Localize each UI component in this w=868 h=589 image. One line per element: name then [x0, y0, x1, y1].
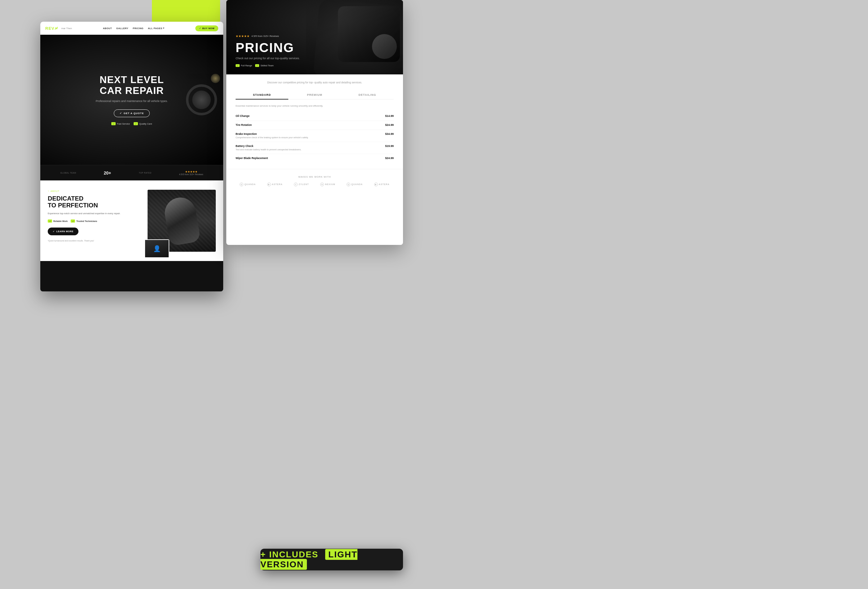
tab-standard[interactable]: STANDARD	[236, 91, 288, 99]
about-section: ABOUT DEDICATED TO PERFECTION Experience…	[40, 180, 223, 261]
pricing-stars-section: ★★★★★ 4.5/5 from 315+ Reviews	[236, 34, 394, 38]
pricing-badge-fullrange: Full Range	[236, 64, 252, 67]
about-feature-badges: Reliable Work Trusted Technicians	[48, 220, 141, 223]
pricing-content-area: Discover our competitive pricing for top…	[226, 74, 403, 169]
stats-bar: GLOBAL TEAM 20+ TOP RATED ★★★★★ 4.5/5 fr…	[40, 165, 223, 180]
get-quote-button[interactable]: GET A QUOTE	[114, 109, 150, 117]
right-pricing-card: ★★★★★ 4.5/5 from 315+ Reviews PRICING Ch…	[226, 0, 403, 245]
about-tag: ABOUT	[48, 190, 141, 192]
service-name-battery-check: Battery Check	[236, 145, 301, 148]
service-row-brake-inspection: Brake Inspection Comprehensive check of …	[236, 130, 394, 142]
stat-rating: ★★★★★ 4.5/5 from 315+ Reviews	[179, 170, 203, 176]
service-price-battery-check: $19.99	[385, 145, 394, 148]
headlight-inner	[192, 90, 211, 109]
nav-links: ABOUT GALLERY PRICING ALL PAGES▾	[103, 27, 164, 30]
stat-number: 20+	[104, 170, 111, 176]
partner-zylent: Z ZYLENT	[294, 183, 309, 186]
service-desc-brake-inspection: Comprehensive check of the braking syste…	[236, 136, 309, 139]
learn-more-button[interactable]: LEARN MORE	[48, 227, 78, 235]
service-row-wiper-replacement: Wiper Blade Replacement $24.99	[236, 154, 394, 163]
about-badge-trusted: Trusted Technicians	[71, 220, 97, 223]
fast-service-icon	[111, 122, 116, 125]
skilled-team-icon	[255, 64, 259, 67]
pricing-page-subtitle: Check out our pricing for all our top-qu…	[236, 56, 394, 61]
pricing-badge-skilled: Skilled Team	[255, 64, 273, 67]
partner-astera-2: ▶ ASTERA	[374, 183, 390, 186]
hero-title: NEXT LEVEL CAR REPAIR	[99, 74, 164, 96]
about-description: Experience top-notch service and unmatch…	[48, 212, 141, 215]
service-desc-battery-check: Test and evaluate battery health to prev…	[236, 148, 301, 151]
service-row-oil-change: Oil Change $14.99	[236, 112, 394, 121]
nav-link-gallery[interactable]: GALLERY	[116, 27, 128, 30]
tab-premium[interactable]: PREMIUM	[288, 91, 341, 99]
pricing-feature-badges: Full Range Skilled Team	[236, 64, 394, 67]
service-name-brake-inspection: Brake Inspection	[236, 132, 309, 136]
hero-badge-fast-service: Fast Service	[111, 122, 130, 125]
top-rated-label: TOP RATED	[139, 172, 152, 174]
hero-badge-quality-care: Quality Care	[134, 122, 152, 125]
about-thumb-image: 👤	[145, 239, 169, 258]
service-price-brake-inspection: $34.99	[385, 132, 394, 136]
service-row-battery-check: Battery Check Test and evaluate battery …	[236, 142, 394, 154]
nav-logo: REV🗲	[45, 26, 58, 31]
about-right-images: 👤	[148, 190, 216, 252]
hero-subtitle: Professional repairs and maintenance for…	[96, 99, 168, 103]
service-name-oil-change: Oil Change	[236, 114, 249, 118]
bottom-banner-plus: + INCLUDES	[260, 550, 318, 559]
zylent-icon: Z	[294, 183, 298, 186]
service-price-tire-rotation: $24.99	[385, 123, 394, 127]
service-price-wiper-replacement: $24.99	[385, 156, 394, 159]
pricing-intro-text: Discover our competitive pricing for top…	[236, 81, 394, 85]
nav-link-allpages[interactable]: ALL PAGES▾	[148, 27, 164, 30]
pricing-rating-text: 4.5/5 from 315+ Reviews	[251, 35, 279, 37]
stat-count: 20+	[104, 170, 111, 176]
left-website-preview-card: REV🗲 mar Then ABOUT GALLERY PRICING ALL …	[40, 22, 223, 291]
nav-tagline: mar Then	[61, 27, 72, 30]
nav-link-about[interactable]: ABOUT	[103, 27, 112, 30]
about-badge-reliable: Reliable Work	[48, 220, 68, 223]
reliable-work-icon	[48, 220, 52, 223]
service-name-wiper-replacement: Wiper Blade Replacement	[236, 156, 268, 159]
stat-global-team: GLOBAL TEAM	[61, 172, 76, 174]
tab-detailing[interactable]: DETAILING	[341, 91, 394, 99]
rating-stars: ★★★★★	[179, 170, 203, 173]
service-price-oil-change: $14.99	[385, 114, 394, 118]
bottom-banner-text: + INCLUDES LIGHT VERSION	[260, 550, 403, 570]
partner-astera-1: ▶ ASTERA	[267, 183, 283, 186]
pricing-star-icons: ★★★★★	[236, 34, 249, 38]
navbar: REV🗲 mar Then ABOUT GALLERY PRICING ALL …	[40, 22, 223, 35]
headlight-glow	[211, 74, 220, 83]
pricing-hero-section: ★★★★★ 4.5/5 from 315+ Reviews PRICING Ch…	[226, 0, 403, 74]
quanda-icon-1: Q	[240, 183, 244, 186]
bottom-banner: + INCLUDES LIGHT VERSION	[260, 549, 403, 570]
pricing-tabs: STANDARD PREMIUM DETAILING	[236, 91, 394, 99]
quality-care-icon	[134, 122, 138, 125]
buy-now-button[interactable]: ✓ BUY NOW	[195, 25, 218, 31]
partners-section: MAKES WE WORK WITH Q QUANDA ▶ ASTERA Z Z…	[226, 169, 403, 192]
about-testimonial: *Quick turnaround and excellent results.…	[48, 240, 141, 242]
about-left-content: ABOUT DEDICATED TO PERFECTION Experience…	[48, 190, 141, 252]
hero-section: NEXT LEVEL CAR REPAIR Professional repai…	[40, 35, 223, 165]
partner-quanda-1: Q QUANDA	[240, 183, 256, 186]
global-team-label: GLOBAL TEAM	[61, 172, 76, 174]
trusted-technicians-icon	[71, 220, 75, 223]
full-range-icon	[236, 64, 240, 67]
hero-feature-badges: Fast Service Quality Care	[111, 122, 152, 125]
astera-icon-1: ▶	[267, 183, 271, 186]
pricing-page-title: PRICING	[236, 40, 394, 55]
partners-logos-row: Q QUANDA ▶ ASTERA Z ZYLENT N NEXIUM Q QU…	[236, 183, 394, 186]
technician-photo: 👤	[145, 240, 169, 257]
rating-text: 4.5/5 from 315+ Reviews	[179, 173, 203, 176]
partner-nexium: N NEXIUM	[320, 183, 335, 186]
service-row-tire-rotation: Tire Rotation $24.99	[236, 121, 394, 130]
quanda-icon-2: Q	[347, 183, 350, 186]
pricing-table-description: Essential maintenance services to keep y…	[236, 105, 394, 108]
nav-link-pricing[interactable]: PRICING	[133, 27, 143, 30]
service-name-tire-rotation: Tire Rotation	[236, 123, 252, 127]
astera-icon-2: ▶	[374, 183, 378, 186]
nexium-icon: N	[320, 183, 324, 186]
partner-quanda-2: Q QUANDA	[347, 183, 363, 186]
partners-title: MAKES WE WORK WITH	[236, 176, 394, 178]
stat-top-rated: TOP RATED	[139, 172, 152, 174]
about-title: DEDICATED TO PERFECTION	[48, 195, 141, 209]
